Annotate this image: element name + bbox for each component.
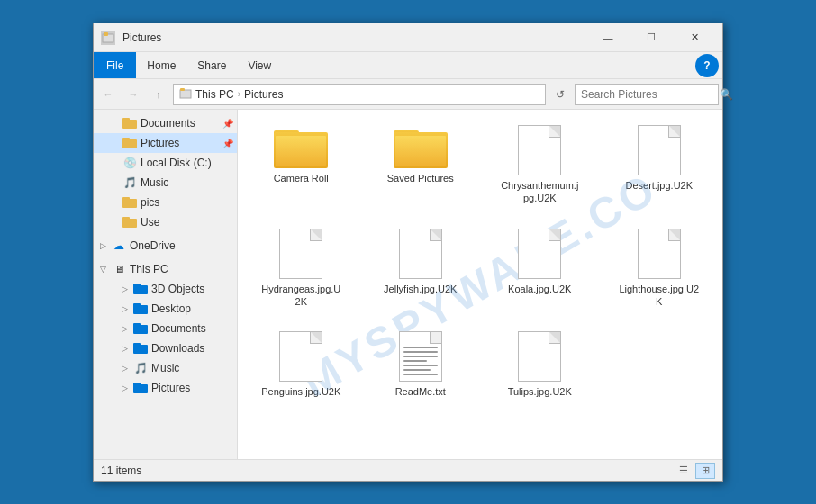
- folder-icon: [122, 216, 137, 229]
- expand-arrow: ▷: [97, 241, 108, 250]
- sidebar-item-music2[interactable]: ▷ 🎵 Music: [94, 358, 237, 378]
- folder-blue-icon: [133, 322, 148, 335]
- file-icon-large: [518, 229, 561, 279]
- main-content: Documents 📌 Pictures 📌 💿 Local Disk (C:): [94, 110, 722, 459]
- expand-arrow: ▽: [97, 265, 108, 274]
- folder-icon: [122, 137, 137, 149]
- folder-blue-icon: ⬇: [133, 342, 148, 355]
- close-button[interactable]: ✕: [674, 23, 715, 52]
- file-item-lighthouse[interactable]: Lighthouse.jpg.U2K: [603, 220, 716, 317]
- sidebar-item-music[interactable]: 🎵 Music: [94, 173, 237, 193]
- back-button[interactable]: ←: [97, 84, 119, 105]
- sidebar-item-localdisk[interactable]: 💿 Local Disk (C:): [94, 153, 237, 173]
- path-sep1: ›: [238, 89, 240, 99]
- sidebar-label: Local Disk (C:): [141, 157, 212, 169]
- sidebar-item-desktop[interactable]: ▷ Desktop: [94, 299, 237, 319]
- up-button[interactable]: ↑: [148, 84, 169, 105]
- file-item-jellyfish[interactable]: Jellyfish.jpg.U2K: [365, 220, 477, 317]
- folder-icon-large: [394, 125, 448, 168]
- file-icon-large: [279, 229, 322, 279]
- refresh-button[interactable]: ↺: [549, 84, 571, 105]
- file-icon-large: [518, 125, 561, 176]
- cloud-icon: ☁: [112, 239, 126, 252]
- file-item-chrysanthemum[interactable]: Chrysanthemum.jpg.U2K: [484, 117, 596, 213]
- file-grid: Camera Roll Saved Pictures C: [245, 117, 715, 406]
- sidebar-item-use[interactable]: Use: [94, 212, 237, 232]
- sidebar-label: Desktop: [151, 302, 191, 315]
- sidebar-item-thispc[interactable]: ▽ 🖥 This PC: [94, 259, 237, 279]
- sidebar-item-pictures2[interactable]: ▷ Pictures: [94, 378, 237, 398]
- explorer-window: Pictures — ☐ ✕ File Home Share View ? ← …: [93, 22, 723, 482]
- file-item-koala[interactable]: Koala.jpg.U2K: [484, 220, 596, 317]
- search-input[interactable]: [581, 88, 716, 101]
- sidebar-label: Documents: [141, 117, 195, 130]
- file-label: Tulips.jpg.U2K: [508, 385, 572, 398]
- file-label: Hydrangeas.jpg.U2K: [260, 283, 341, 309]
- file-label: Lighthouse.jpg.U2K: [619, 283, 700, 309]
- music-icon: 🎵: [133, 362, 148, 374]
- path-icon: [179, 86, 192, 102]
- file-item-camera-roll[interactable]: Camera Roll: [245, 117, 358, 213]
- sidebar-item-onedrive[interactable]: ▷ ☁ OneDrive: [94, 236, 237, 256]
- file-icon-large: [518, 331, 561, 382]
- file-area: MYSPYWARE.CO Camera Roll: [238, 110, 722, 459]
- search-box[interactable]: 🔍: [575, 84, 719, 105]
- sidebar-label: pics: [141, 196, 159, 209]
- sidebar-item-documents[interactable]: Documents 📌: [94, 113, 237, 133]
- sidebar-label: Use: [141, 216, 159, 229]
- sidebar-item-pictures[interactable]: Pictures 📌: [94, 133, 237, 153]
- sidebar-label: Documents: [151, 322, 206, 335]
- forward-button[interactable]: →: [122, 84, 144, 105]
- file-icon-large: [399, 229, 442, 279]
- file-label: Desert.jpg.U2K: [625, 179, 693, 192]
- menu-home[interactable]: Home: [136, 52, 186, 78]
- file-item-tulips[interactable]: Tulips.jpg.U2K: [484, 323, 596, 406]
- pc-icon: 🖥: [112, 263, 126, 275]
- maximize-button[interactable]: ☐: [630, 23, 672, 52]
- expand-arrow: ▷: [119, 383, 130, 392]
- menu-share[interactable]: Share: [186, 52, 237, 78]
- window-title: Pictures: [122, 32, 587, 44]
- sidebar-item-pics[interactable]: pics: [94, 193, 237, 212]
- menu-file[interactable]: File: [94, 52, 136, 78]
- sidebar-item-3dobjects[interactable]: ▷ 3D Objects: [94, 279, 237, 299]
- window-icon: [101, 31, 115, 45]
- sidebar-label: Downloads: [151, 342, 204, 355]
- file-item-saved-pictures[interactable]: Saved Pictures: [365, 117, 477, 213]
- sidebar-label: OneDrive: [130, 239, 176, 252]
- list-view-button[interactable]: ☰: [674, 463, 694, 479]
- file-icon-large: [638, 229, 681, 279]
- sidebar-label: Music: [141, 176, 168, 189]
- expand-arrow: ▷: [119, 284, 130, 293]
- search-icon: 🔍: [720, 88, 733, 101]
- sidebar-label: Pictures: [151, 382, 190, 394]
- grid-view-button[interactable]: ⊞: [695, 463, 715, 479]
- file-item-penguins[interactable]: Penguins.jpg.U2K: [245, 323, 358, 406]
- pin-icon: 📌: [222, 119, 233, 129]
- menu-view[interactable]: View: [237, 52, 282, 78]
- expand-arrow: ▷: [119, 324, 130, 333]
- file-item-desert[interactable]: Desert.jpg.U2K: [603, 117, 716, 213]
- sidebar-label: Pictures: [141, 137, 179, 149]
- status-bar: 11 items ☰ ⊞: [94, 459, 722, 481]
- sidebar-label: This PC: [130, 263, 168, 275]
- minimize-button[interactable]: —: [587, 23, 629, 52]
- music-icon: 🎵: [122, 176, 137, 189]
- folder-blue-icon: [133, 382, 148, 394]
- svg-rect-3: [180, 88, 185, 91]
- sidebar-item-downloads[interactable]: ▷ ⬇ Downloads: [94, 338, 237, 358]
- file-item-readme[interactable]: ReadMe.txt: [365, 323, 477, 406]
- status-count: 11 items: [101, 464, 141, 477]
- address-path[interactable]: This PC › Pictures: [173, 84, 546, 105]
- sidebar-item-documents2[interactable]: ▷ Documents: [94, 319, 237, 338]
- file-label: Saved Pictures: [387, 172, 454, 184]
- file-item-hydrangeas[interactable]: Hydrangeas.jpg.U2K: [245, 220, 358, 317]
- title-bar-icons: [101, 31, 115, 45]
- sidebar-label: Music: [151, 362, 179, 374]
- expand-arrow: ▷: [119, 344, 130, 353]
- help-button[interactable]: ?: [695, 54, 719, 77]
- title-bar-controls: — ☐ ✕: [587, 23, 715, 52]
- folder-icon: [122, 117, 137, 130]
- folder-blue-icon: [133, 283, 148, 295]
- expand-arrow: ▷: [119, 364, 130, 373]
